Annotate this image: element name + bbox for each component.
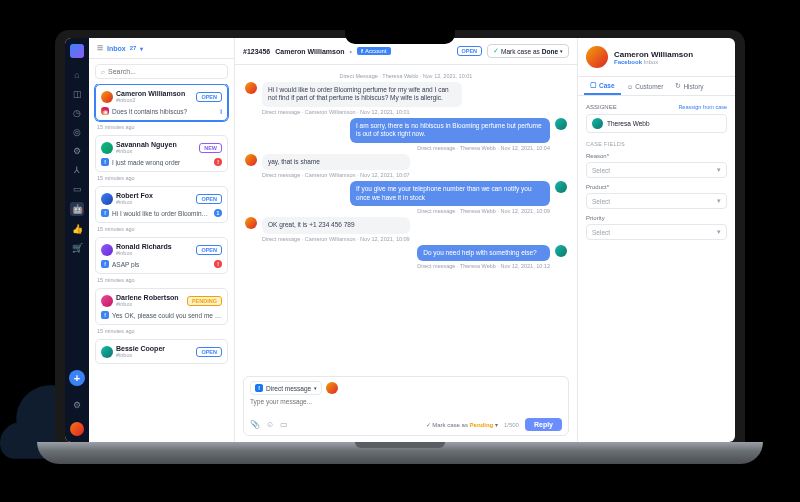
message-bubble: yay, that is shame xyxy=(262,154,410,170)
alert-badge: ! xyxy=(214,158,222,166)
tab-case[interactable]: ▢ Case xyxy=(584,77,621,95)
priority-select[interactable]: Select▾ xyxy=(586,224,727,240)
cart-icon[interactable]: 🛒 xyxy=(71,242,83,254)
facebook-icon: f xyxy=(101,158,109,166)
assignee-selector[interactable]: Theresa Webb xyxy=(586,114,727,133)
analytics-icon[interactable]: ◫ xyxy=(71,88,83,100)
status-badge: NEW xyxy=(199,143,222,153)
reply-button[interactable]: Reply xyxy=(525,418,562,431)
card-handle: #inbox xyxy=(116,199,193,205)
inbox-panel: Inbox 27 ▾ ⌕ Cameron Williamson#inbox2OP… xyxy=(89,38,235,442)
profile-avatar[interactable] xyxy=(70,422,84,436)
recipient-avatar xyxy=(326,382,338,394)
inbox-header[interactable]: Inbox 27 ▾ xyxy=(89,38,234,59)
customer-source: Facebook Inbox xyxy=(614,59,693,65)
card-name: Cameron Williamson xyxy=(116,90,193,97)
avatar xyxy=(245,82,257,94)
facebook-icon: f xyxy=(101,260,109,268)
message-meta: Direct message · Theresa Webb · Nov 12, … xyxy=(350,208,550,214)
emoji-icon[interactable]: ☺ xyxy=(266,420,274,429)
field-label-reason: Reason* xyxy=(586,153,727,159)
product-select[interactable]: Select▾ xyxy=(586,193,727,209)
separator-dot: • xyxy=(349,48,351,55)
search-box[interactable]: ⌕ xyxy=(95,64,228,79)
inbox-card[interactable]: Darlene Robertson#inboxPENDINGfYes OK, p… xyxy=(95,288,228,325)
avatar xyxy=(101,91,113,103)
avatar xyxy=(101,346,113,358)
chevron-down-icon: ▾ xyxy=(560,48,563,54)
message-out: If you give me your telephone number tha… xyxy=(245,181,567,214)
status-badge: PENDING xyxy=(187,296,222,306)
case-fields-label: CASE FIELDS xyxy=(586,141,727,147)
card-handle: #inbox xyxy=(116,301,184,307)
template-icon[interactable]: ▭ xyxy=(280,420,288,429)
status-badge: OPEN xyxy=(196,194,222,204)
tab-history[interactable]: ↻ History xyxy=(669,77,709,95)
status-badge: OPEN xyxy=(196,245,222,255)
search-input[interactable] xyxy=(108,68,222,75)
gear-icon[interactable]: ⚙ xyxy=(71,145,83,157)
reason-select[interactable]: Select▾ xyxy=(586,162,727,178)
avatar xyxy=(555,118,567,130)
card-handle: #inbox xyxy=(116,250,193,256)
attachment-icon[interactable]: 📎 xyxy=(250,420,260,429)
message-thread: Direct Message · Theresa Webb · Nov 12, … xyxy=(235,65,577,372)
status-badge: OPEN xyxy=(457,46,483,56)
field-label-priority: Priority xyxy=(586,215,727,221)
message-composer: f Direct message ▾ 📎 ☺ ▭ ✓ Mark case as … xyxy=(243,376,569,436)
card-timestamp: 15 minutes ago xyxy=(97,328,228,334)
check-icon: ✓ xyxy=(493,47,499,55)
laptop-frame: ⌂ ◫ ◷ ◎ ⚙ ⅄ ▭ 🤖 👍 🛒 + ⚙ Inbox 27 ▾ ⌕ Cam… xyxy=(55,30,745,470)
customer-avatar xyxy=(586,46,608,68)
message-meta: Direct message · Cameron Williamson · No… xyxy=(262,236,410,242)
avatar xyxy=(245,217,257,229)
message-in: OK great, it is +1 234 456 789 Direct me… xyxy=(245,217,567,241)
card-preview: Yes OK, please could you send me number … xyxy=(112,312,222,319)
message-bubble: Do you need help with something else? xyxy=(417,245,550,261)
app-logo[interactable] xyxy=(70,44,84,58)
card-handle: #inbox2 xyxy=(116,97,193,103)
add-button[interactable]: + xyxy=(69,370,85,386)
inbox-card[interactable]: Cameron Williamson#inbox2OPEN◉Does it co… xyxy=(95,84,228,121)
chevron-down-icon: ▾ xyxy=(717,166,721,174)
status-badge: OPEN xyxy=(196,92,222,102)
avatar xyxy=(101,193,113,205)
clock-icon[interactable]: ◷ xyxy=(71,107,83,119)
assignee-label: ASSIGNEE xyxy=(586,104,617,110)
mark-status-toggle[interactable]: ✓ Mark case as Pending ▾ xyxy=(426,421,498,428)
home-icon[interactable]: ⌂ xyxy=(71,69,83,81)
facebook-icon: f xyxy=(101,209,109,217)
status-badge: OPEN xyxy=(196,347,222,357)
facebook-icon: f xyxy=(101,311,109,319)
avatar xyxy=(555,181,567,193)
card-timestamp: 15 minutes ago xyxy=(97,175,228,181)
inbox-card[interactable]: Ronald Richards#inboxOPENfASAP pls! xyxy=(95,237,228,274)
avatar xyxy=(101,142,113,154)
settings-icon[interactable]: ⚙ xyxy=(71,399,83,411)
message-input[interactable] xyxy=(250,398,562,414)
inbox-card[interactable]: Robert Fox#inboxOPENfHi I would like to … xyxy=(95,186,228,223)
message-bubble: Hi I would like to order Blooming perfum… xyxy=(262,82,462,107)
message-out: Do you need help with something else? Di… xyxy=(245,245,567,269)
tab-customer[interactable]: ☺ Customer xyxy=(621,77,670,95)
archive-icon[interactable]: ▭ xyxy=(71,183,83,195)
chevron-down-icon: ▾ xyxy=(717,228,721,236)
channel-selector[interactable]: f Direct message ▾ xyxy=(250,381,322,395)
inbox-card[interactable]: Savannah Nguyen#inboxNEWfI just made wro… xyxy=(95,135,228,172)
mark-done-button[interactable]: ✓ Mark case as Done ▾ xyxy=(487,44,569,58)
channel-tag: fAccount xyxy=(357,47,391,55)
message-bubble: If you give me your telephone number tha… xyxy=(350,181,550,206)
laptop-notch xyxy=(345,30,455,44)
reassign-link[interactable]: Reassign from case xyxy=(678,104,727,110)
hierarchy-icon[interactable]: ⅄ xyxy=(71,164,83,176)
message-bubble: OK great, it is +1 234 456 789 xyxy=(262,217,410,233)
chevron-down-icon: ▾ xyxy=(717,197,721,205)
card-name: Savannah Nguyen xyxy=(116,141,196,148)
inbox-card[interactable]: Bessie Cooper#inboxOPEN xyxy=(95,339,228,364)
info-icon: i xyxy=(220,108,222,115)
target-icon[interactable]: ◎ xyxy=(71,126,83,138)
app-screen: ⌂ ◫ ◷ ◎ ⚙ ⅄ ▭ 🤖 👍 🛒 + ⚙ Inbox 27 ▾ ⌕ Cam… xyxy=(65,38,735,442)
like-icon[interactable]: 👍 xyxy=(71,223,83,235)
bot-icon[interactable]: 🤖 xyxy=(70,202,84,216)
card-handle: #inbox xyxy=(116,352,193,358)
